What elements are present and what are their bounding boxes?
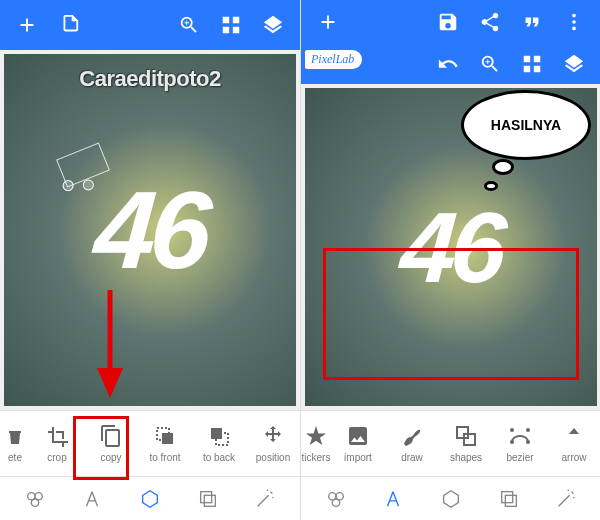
grid-button[interactable] [212, 6, 250, 44]
svg-rect-11 [204, 495, 215, 506]
speech-text: HASILNYA [491, 117, 561, 133]
canvas-number[interactable]: 46 [91, 175, 209, 285]
tool-shapes[interactable]: shapes [439, 411, 493, 476]
tool-position[interactable]: position [246, 411, 300, 476]
svg-rect-16 [464, 434, 475, 445]
grid-button[interactable] [513, 45, 551, 83]
zoom-button[interactable] [170, 6, 208, 44]
tool-arrow[interactable]: arrow [547, 411, 600, 476]
tool-label: to back [203, 452, 235, 463]
tool-label: to front [149, 452, 180, 463]
svg-rect-25 [501, 491, 512, 502]
tool-tofront[interactable]: to front [138, 411, 192, 476]
share-button[interactable] [471, 3, 509, 41]
svg-rect-26 [505, 495, 516, 506]
tool-bezier[interactable]: bezier [493, 411, 547, 476]
more-button[interactable] [555, 3, 593, 41]
tab-text[interactable] [375, 481, 411, 517]
right-topbar [301, 0, 600, 44]
undo-button[interactable] [429, 45, 467, 83]
left-canvas[interactable]: Caraeditpoto2 46 [4, 54, 296, 406]
tab-effects[interactable] [548, 481, 584, 517]
tool-label: import [344, 452, 372, 463]
save-button[interactable] [429, 3, 467, 41]
paste-button[interactable] [50, 6, 88, 44]
tab-layers[interactable] [190, 481, 226, 517]
zoom-button[interactable] [471, 45, 509, 83]
left-bottombar [0, 476, 300, 520]
right-secondbar: PixelLab [301, 44, 600, 84]
tool-label: crop [47, 452, 66, 463]
right-toolbar: tickers import draw shapes bezier arrow [301, 410, 600, 476]
tab-shape[interactable] [132, 481, 168, 517]
svg-rect-15 [457, 427, 468, 438]
tool-copy[interactable]: copy [84, 411, 138, 476]
left-topbar [0, 0, 300, 50]
svg-point-23 [332, 499, 339, 506]
svg-marker-24 [444, 490, 459, 507]
app-logo: PixelLab [305, 50, 362, 69]
svg-point-19 [510, 428, 514, 432]
tool-label: position [256, 452, 290, 463]
tool-draw[interactable]: draw [385, 411, 439, 476]
svg-point-12 [572, 14, 576, 18]
tool-label: copy [100, 452, 121, 463]
tab-color[interactable] [17, 481, 53, 517]
svg-point-20 [526, 428, 530, 432]
svg-point-18 [526, 440, 530, 444]
right-panel: PixelLab 46 HASILNYA tickers [301, 0, 600, 520]
tab-shape[interactable] [433, 481, 469, 517]
layers-button[interactable] [555, 45, 593, 83]
tab-layers[interactable] [491, 481, 527, 517]
tool-label: ete [8, 452, 22, 463]
add-button[interactable] [309, 3, 347, 41]
svg-rect-3 [162, 433, 173, 444]
watermark-text: Caraeditpoto2 [79, 66, 220, 92]
right-bottombar [301, 476, 600, 520]
left-panel: Caraeditpoto2 46 ete crop copy to front … [0, 0, 301, 520]
svg-point-8 [31, 499, 38, 506]
quote-button[interactable] [513, 3, 551, 41]
tool-label: tickers [302, 452, 331, 463]
svg-point-14 [572, 27, 576, 31]
svg-point-17 [510, 440, 514, 444]
tool-stickers[interactable]: tickers [301, 411, 331, 476]
layers-button[interactable] [254, 6, 292, 44]
tool-crop[interactable]: crop [30, 411, 84, 476]
tool-delete[interactable]: ete [0, 411, 30, 476]
svg-marker-9 [143, 490, 158, 507]
tool-label: draw [401, 452, 423, 463]
add-button[interactable] [8, 6, 46, 44]
speech-annotation: HASILNYA [461, 90, 591, 160]
tool-label: shapes [450, 452, 482, 463]
tool-label: arrow [561, 452, 586, 463]
canvas-number[interactable]: 46 [398, 197, 504, 297]
svg-point-13 [572, 20, 576, 24]
tab-effects[interactable] [247, 481, 283, 517]
left-toolbar: ete crop copy to front to back position [0, 410, 300, 476]
svg-rect-10 [200, 491, 211, 502]
tool-import[interactable]: import [331, 411, 385, 476]
tool-toback[interactable]: to back [192, 411, 246, 476]
tool-label: bezier [506, 452, 533, 463]
tab-color[interactable] [318, 481, 354, 517]
tab-text[interactable] [74, 481, 110, 517]
